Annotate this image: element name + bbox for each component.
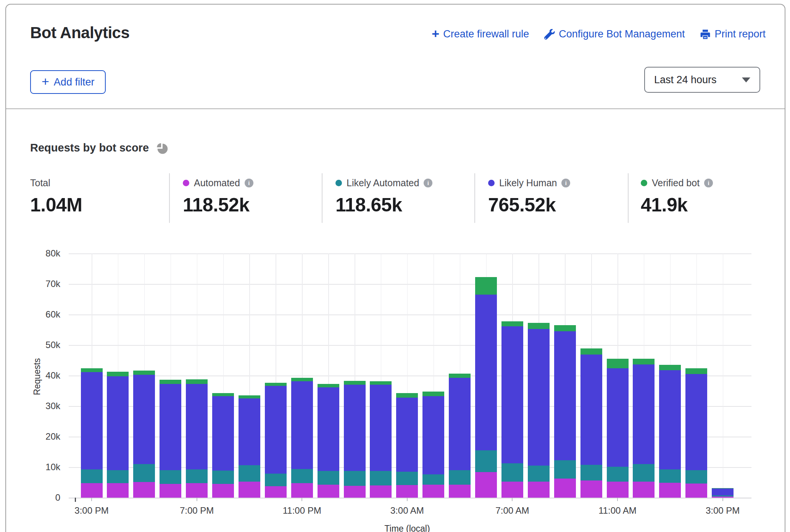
bar-segment-likely-automated[interactable] — [265, 474, 287, 486]
bar-segment-automated[interactable] — [685, 484, 707, 498]
info-icon[interactable]: i — [704, 179, 713, 187]
bar-segment-likely-human[interactable] — [528, 329, 550, 466]
bar-segment-verified-bot[interactable] — [265, 383, 287, 386]
bar-segment-likely-human[interactable] — [186, 384, 208, 469]
bar-segment-automated[interactable] — [659, 483, 681, 498]
bar-700am[interactable] — [501, 321, 523, 498]
bar-segment-automated[interactable] — [291, 483, 313, 498]
bar-100pm[interactable] — [659, 365, 681, 498]
bar-segment-likely-automated[interactable] — [659, 469, 681, 482]
bar-800am[interactable] — [528, 323, 550, 498]
bar-1100am[interactable] — [607, 359, 629, 498]
bar-segment-likely-human[interactable] — [81, 372, 103, 469]
info-icon[interactable]: i — [561, 179, 570, 187]
bar-segment-likely-automated[interactable] — [685, 470, 707, 484]
bar-segment-likely-automated[interactable] — [633, 464, 655, 482]
bar-800pm[interactable] — [212, 393, 234, 498]
bar-segment-likely-automated[interactable] — [212, 471, 234, 484]
bar-segment-likely-automated[interactable] — [133, 464, 155, 482]
bar-segment-verified-bot[interactable] — [501, 321, 523, 327]
bar-segment-likely-automated[interactable] — [449, 470, 471, 485]
info-icon[interactable]: i — [424, 179, 432, 187]
bar-400am[interactable] — [422, 392, 444, 498]
bar-segment-automated[interactable] — [554, 479, 576, 498]
bar-segment-likely-human[interactable] — [344, 385, 366, 471]
bar-segment-likely-human[interactable] — [712, 488, 734, 495]
bar-segment-automated[interactable] — [318, 485, 339, 498]
bar-200pm[interactable] — [685, 368, 707, 498]
bar-segment-automated[interactable] — [186, 483, 208, 498]
bar-segment-verified-bot[interactable] — [475, 277, 497, 295]
bar-1000am[interactable] — [580, 348, 602, 498]
bar-segment-automated[interactable] — [239, 482, 260, 498]
bar-300am[interactable] — [396, 393, 418, 498]
bar-segment-automated[interactable] — [107, 483, 129, 498]
bar-segment-likely-human[interactable] — [370, 385, 392, 471]
bar-segment-likely-automated[interactable] — [528, 466, 550, 482]
bar-segment-automated[interactable] — [133, 482, 155, 498]
bar-500am[interactable] — [449, 374, 471, 498]
bar-segment-automated[interactable] — [81, 483, 103, 498]
bar-segment-verified-bot[interactable] — [554, 325, 576, 331]
bar-segment-likely-human[interactable] — [291, 381, 313, 469]
action-configure-bot-management[interactable]: Configure Bot Management — [544, 28, 685, 40]
bar-segment-likely-human[interactable] — [422, 396, 444, 475]
bar-segment-verified-bot[interactable] — [81, 368, 103, 372]
bar-segment-likely-automated[interactable] — [318, 471, 339, 484]
bar-segment-verified-bot[interactable] — [659, 365, 681, 370]
bar-segment-automated[interactable] — [501, 482, 523, 498]
bar-segment-likely-human[interactable] — [554, 331, 576, 460]
bar-segment-verified-bot[interactable] — [633, 359, 655, 364]
bar-segment-likely-automated[interactable] — [501, 463, 523, 481]
time-range-select[interactable]: Last 24 hours — [644, 67, 760, 93]
bar-segment-likely-human[interactable] — [580, 355, 602, 465]
bar-segment-likely-human[interactable] — [607, 368, 629, 467]
bar-segment-likely-human[interactable] — [633, 364, 655, 464]
bar-segment-likely-human[interactable] — [685, 374, 707, 470]
bar-segment-likely-automated[interactable] — [422, 474, 444, 485]
bar-segment-automated[interactable] — [580, 480, 602, 498]
bar-segment-likely-automated[interactable] — [554, 460, 576, 478]
bar-segment-likely-automated[interactable] — [107, 470, 129, 483]
bar-segment-automated[interactable] — [422, 485, 444, 498]
bar-segment-automated[interactable] — [475, 472, 497, 498]
bar-400pm[interactable] — [107, 372, 129, 498]
bar-segment-verified-bot[interactable] — [580, 348, 602, 355]
bar-segment-verified-bot[interactable] — [318, 384, 339, 388]
bar-segment-verified-bot[interactable] — [370, 381, 392, 385]
bar-300pm[interactable] — [712, 488, 734, 498]
bar-segment-verified-bot[interactable] — [107, 372, 129, 376]
bar-segment-likely-human[interactable] — [475, 295, 497, 450]
bar-segment-verified-bot[interactable] — [291, 378, 313, 381]
bar-900am[interactable] — [554, 325, 576, 498]
bar-segment-automated[interactable] — [265, 486, 287, 498]
bar-segment-verified-bot[interactable] — [449, 374, 471, 377]
bar-segment-likely-human[interactable] — [449, 378, 471, 470]
bar-segment-likely-automated[interactable] — [396, 472, 418, 485]
action-print-report[interactable]: Print report — [700, 28, 766, 40]
bar-segment-likely-automated[interactable] — [370, 471, 392, 485]
bar-segment-automated[interactable] — [370, 485, 392, 498]
bar-segment-likely-automated[interactable] — [475, 450, 497, 472]
bar-segment-verified-bot[interactable] — [422, 392, 444, 396]
bar-segment-verified-bot[interactable] — [685, 368, 707, 374]
add-filter-button[interactable]: + Add filter — [30, 70, 106, 94]
bar-segment-likely-automated[interactable] — [580, 465, 602, 480]
bar-segment-likely-human[interactable] — [659, 370, 681, 469]
bar-segment-automated[interactable] — [633, 482, 655, 498]
bar-1000pm[interactable] — [265, 383, 287, 498]
bar-segment-likely-automated[interactable] — [239, 465, 260, 481]
bar-segment-likely-automated[interactable] — [186, 469, 208, 484]
bar-segment-likely-human[interactable] — [318, 387, 339, 471]
bar-segment-automated[interactable] — [396, 485, 418, 498]
bar-segment-likely-automated[interactable] — [160, 470, 181, 484]
bar-segment-verified-bot[interactable] — [396, 393, 418, 398]
bar-600am[interactable] — [475, 277, 497, 498]
bar-segment-likely-human[interactable] — [239, 398, 260, 465]
info-icon[interactable]: i — [245, 179, 253, 187]
bar-segment-verified-bot[interactable] — [212, 393, 234, 396]
bar-segment-verified-bot[interactable] — [239, 395, 260, 398]
bar-1100pm[interactable] — [291, 378, 313, 498]
bar-segment-likely-human[interactable] — [160, 384, 181, 470]
bar-200am[interactable] — [370, 381, 392, 498]
